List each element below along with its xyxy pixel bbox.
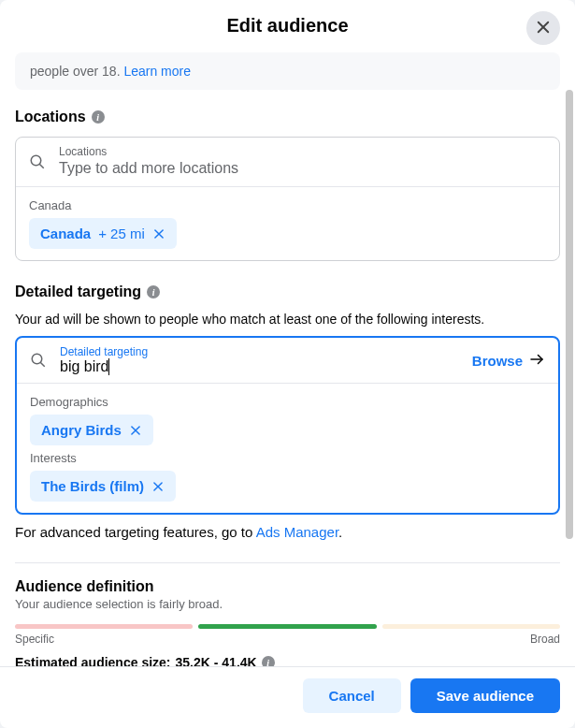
detailed-chips: Demographics Angry Birds Interests The B… [17,383,558,513]
detailed-section: Detailed targeting i Your ad will be sho… [15,284,560,540]
chip-remove-icon[interactable] [152,227,165,240]
detailed-box: Detailed targeting big bird Browse [15,336,560,515]
learn-more-link[interactable]: Learn more [123,64,191,79]
search-icon [30,352,47,369]
audience-definition: Audience definition Your audience select… [15,562,560,666]
gauge-mid [198,624,376,629]
info-icon[interactable]: i [92,110,105,124]
browse-text: Browse [472,353,523,369]
chip-group-label: Canada [29,198,546,212]
detailed-search-row: Detailed targeting big bird Browse [17,338,558,383]
modal-content: people over 18. Learn more Locations i L… [0,52,575,666]
gauge-labels: Specific Broad [15,633,560,646]
chip-label: Angry Birds [41,422,122,438]
est-value: 35.2K - 41.4K [176,655,257,666]
close-icon [535,19,552,38]
ads-manager-link[interactable]: Ads Manager [256,524,338,540]
info-icon[interactable]: i [147,285,160,298]
locations-input-wrap: Locations [59,145,546,179]
browse-link[interactable]: Browse [472,351,545,371]
locations-chips: Canada Canada + 25 mi [16,186,559,260]
estimated-size: Estimated audience size: 35.2K - 41.4K i [15,655,560,666]
location-chip[interactable]: Canada + 25 mi [29,218,177,249]
svg-point-6 [32,354,42,364]
info-banner: people over 18. Learn more [15,52,560,90]
est-label: Estimated audience size: [15,655,171,666]
arrow-right-icon [528,351,545,371]
specific-label: Specific [15,633,54,646]
locations-label: Locations i [15,109,560,125]
broad-label: Broad [530,633,560,646]
detailed-input[interactable]: big bird [60,358,108,375]
modal-footer: Cancel Save audience [0,666,575,728]
locations-search-row: Locations [16,138,559,186]
info-icon[interactable]: i [262,656,275,666]
audience-gauge [15,624,560,629]
search-icon [29,153,46,170]
detailed-label: Detailed targeting i [15,284,560,300]
detailed-field-label: Detailed targeting [60,345,459,358]
locations-field-label: Locations [59,145,546,158]
svg-line-3 [39,164,44,168]
chip-group-label: Demographics [30,395,545,409]
modal-header: Edit audience [0,0,575,52]
locations-label-text: Locations [15,109,86,125]
detailed-label-text: Detailed targeting [15,284,141,300]
chip-remove-icon[interactable] [151,480,165,493]
banner-text: people over 18. [30,64,123,79]
locations-input[interactable] [59,158,546,179]
audience-subtitle: Your audience selection is fairly broad. [15,597,560,611]
locations-box: Locations Canada Canada + 25 mi [15,137,560,261]
chip-label: The Birds (film) [41,478,144,494]
svg-line-7 [40,362,45,367]
detailed-input-wrap: Detailed targeting big bird [60,345,459,375]
gauge-specific [15,624,193,629]
svg-point-2 [31,155,41,166]
close-button[interactable] [526,11,560,45]
audience-title: Audience definition [15,578,560,595]
advanced-suffix: . [338,524,342,540]
advanced-prefix: For advanced targeting features, go to [15,524,256,540]
modal-title: Edit audience [226,15,348,36]
scrollbar[interactable] [566,90,573,539]
cancel-button[interactable]: Cancel [303,678,401,713]
advanced-text: For advanced targeting features, go to A… [15,524,560,540]
detailed-sublabel: Your ad will be shown to people who matc… [15,312,560,327]
gauge-broad [382,624,560,629]
chip-remove-icon[interactable] [129,424,142,437]
chip-group-label: Interests [30,451,545,465]
text-cursor [108,358,109,375]
targeting-chip[interactable]: Angry Birds [30,415,153,445]
chip-label: Canada [40,226,91,241]
save-audience-button[interactable]: Save audience [410,678,560,713]
edit-audience-modal: Edit audience people over 18. Learn more… [0,0,575,728]
chip-suffix: + 25 mi [98,226,145,241]
targeting-chip[interactable]: The Birds (film) [30,471,176,502]
